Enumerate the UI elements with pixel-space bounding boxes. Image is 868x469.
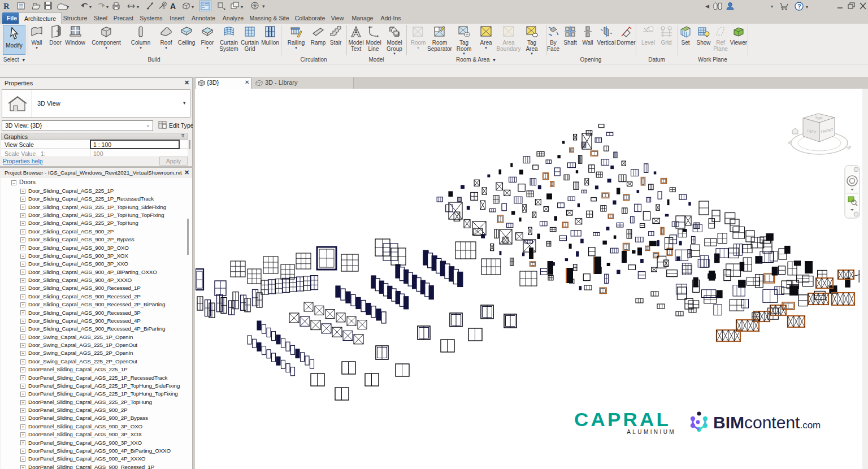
svg-text:TOP: TOP (815, 116, 823, 120)
